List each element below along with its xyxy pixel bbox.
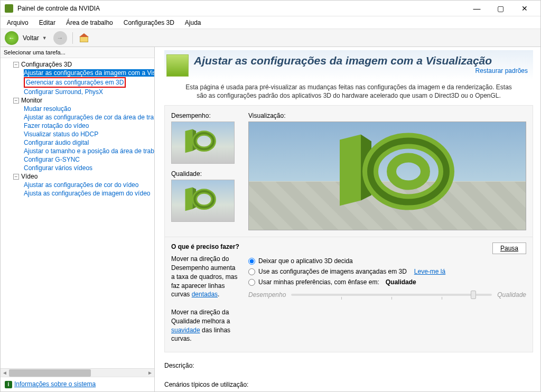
slider-track[interactable]	[291, 294, 492, 296]
slider-thumb[interactable]	[471, 291, 476, 299]
page-description: Esta página é usada para pré-visualizar …	[164, 80, 533, 105]
toolbar-divider	[72, 32, 73, 44]
radio-advanced-label[interactable]: Use as configurações de imagens avançada…	[258, 268, 407, 275]
system-info-link[interactable]: Informações sobre o sistema	[14, 380, 96, 388]
close-button[interactable]: ✕	[512, 1, 536, 16]
forward-button[interactable]: →	[53, 31, 67, 45]
tree-item-surround-physx[interactable]: Configurar Surround, PhysX	[4, 88, 154, 96]
tree-item-digital-audio[interactable]: Configurar áudio digital	[4, 138, 154, 147]
description-label: Descrição:	[164, 362, 533, 369]
suavidade-link[interactable]: suavidade	[171, 326, 200, 334]
main-panel: Ajustar as configurações da imagem com a…	[155, 47, 540, 391]
radio-app-decide-label[interactable]: Deixar que o aplicativo 3D decida	[258, 257, 353, 265]
tree-item-change-resolution[interactable]: Mudar resolução	[4, 105, 154, 113]
menubar: Arquivo Editar Área de trabalho Configur…	[1, 16, 540, 29]
dentadas-link[interactable]: dentadas	[192, 291, 218, 298]
radio-my-pref[interactable]	[248, 279, 255, 286]
menu-ajuda[interactable]: Ajuda	[183, 18, 203, 27]
window-title: Painel de controle da NVIDIA	[17, 5, 465, 12]
menu-area-trabalho[interactable]: Área de trabalho	[64, 18, 115, 27]
tree-item-hdcp-status[interactable]: Visualizar status do HDCP	[4, 130, 154, 138]
history-dropdown-icon[interactable]: ▼	[42, 35, 47, 41]
toolbar: ← Voltar ▼ →	[1, 29, 540, 47]
menu-config-3d[interactable]: Configurações 3D	[122, 18, 176, 27]
tree-item-adjust-image[interactable]: Ajustar as configurações da imagem com a…	[4, 69, 154, 77]
help-text: O que é preciso fazer? Mover na direção …	[171, 242, 240, 343]
scroll-left-icon[interactable]: ◄	[1, 370, 9, 376]
scroll-right-icon[interactable]: ►	[146, 370, 154, 376]
scroll-thumb[interactable]	[9, 369, 91, 377]
menu-editar[interactable]: Editar	[37, 18, 58, 27]
tree-item-desktop-color[interactable]: Ajustar as configurações de cor da área …	[4, 113, 154, 122]
page-title: Ajustar as configurações da imagem com a…	[194, 54, 528, 67]
options-section: O que é preciso fazer? Mover na direção …	[164, 237, 533, 352]
scenarios-label: Cenários típicos de utilização:	[164, 381, 533, 388]
back-button[interactable]: ←	[5, 31, 18, 45]
tree-item-manage-3d[interactable]: Gerenciar as configurações em 3D	[4, 77, 154, 88]
back-arrow-icon: ←	[8, 34, 15, 42]
svg-point-5	[370, 141, 446, 202]
pause-button[interactable]: Pausa	[492, 242, 526, 254]
collapse-icon[interactable]: −	[13, 174, 19, 180]
tree-group-config3d[interactable]: −Configurações 3D	[4, 60, 154, 69]
back-label[interactable]: Voltar	[23, 34, 39, 42]
help-title: O que é preciso fazer?	[171, 242, 240, 251]
minimize-button[interactable]: —	[465, 1, 489, 16]
quality-thumbnail[interactable]	[171, 180, 235, 222]
maximize-button[interactable]: ▢	[489, 1, 512, 16]
menu-arquivo[interactable]: Arquivo	[5, 18, 31, 27]
info-icon: i	[5, 381, 12, 388]
collapse-icon[interactable]: −	[13, 98, 19, 104]
sidebar: Selecionar uma tarefa... −Configurações …	[1, 47, 155, 391]
tree-item-desktop-size[interactable]: Ajustar o tamanho e a posição da área de…	[4, 147, 154, 155]
main-header: Ajustar as configurações da imagem com a…	[164, 50, 533, 80]
tree-group-monitor[interactable]: −Monitor	[4, 96, 154, 105]
task-tree: −Configurações 3D Ajustar as configuraçõ…	[1, 58, 154, 368]
tree-item-video-image[interactable]: Ajusta as configurações de imagem do víd…	[4, 189, 154, 198]
take-me-there-link[interactable]: Leve-me lá	[414, 268, 445, 275]
radio-my-pref-label[interactable]: Usar minhas preferências, com ênfase em:	[258, 278, 379, 286]
page-icon	[166, 54, 189, 77]
visualization-preview	[248, 122, 526, 230]
preview-section: Desempenho: Qualidade: Visualização:	[164, 105, 533, 237]
quality-slider[interactable]: Desempenho Qualidade	[248, 291, 526, 298]
tree-item-rotate-display[interactable]: Fazer rotação do vídeo	[4, 122, 154, 130]
restore-defaults-link[interactable]: Restaurar padrões	[194, 67, 528, 74]
performance-thumbnail[interactable]	[171, 122, 235, 164]
svg-point-6	[391, 158, 425, 185]
quality-label: Qualidade:	[171, 170, 240, 178]
pref-value: Qualidade	[386, 278, 416, 286]
collapse-icon[interactable]: −	[13, 62, 19, 68]
slider-left-label: Desempenho	[248, 291, 286, 298]
sidebar-header: Selecionar uma tarefa...	[1, 47, 154, 58]
slider-right-label: Qualidade	[497, 291, 526, 298]
forward-arrow-icon: →	[57, 34, 63, 42]
performance-label: Desempenho:	[171, 112, 240, 119]
radio-app-decide[interactable]	[248, 258, 255, 265]
tree-group-video[interactable]: −Vídeo	[4, 172, 154, 181]
sidebar-footer: iInformações sobre o sistema	[1, 377, 154, 391]
home-icon[interactable]	[78, 32, 90, 44]
tree-item-gsync[interactable]: Configurar G-SYNC	[4, 155, 154, 164]
radio-advanced[interactable]	[248, 268, 255, 275]
app-icon	[5, 4, 13, 13]
tree-item-video-color[interactable]: Ajustar as configurações de cor do vídeo	[4, 181, 154, 189]
titlebar: Painel de controle da NVIDIA — ▢ ✕	[1, 1, 540, 16]
visualization-label: Visualização:	[248, 112, 526, 119]
sidebar-h-scrollbar[interactable]: ◄ ►	[1, 368, 154, 377]
tree-item-multiple-displays[interactable]: Configurar vários vídeos	[4, 164, 154, 172]
